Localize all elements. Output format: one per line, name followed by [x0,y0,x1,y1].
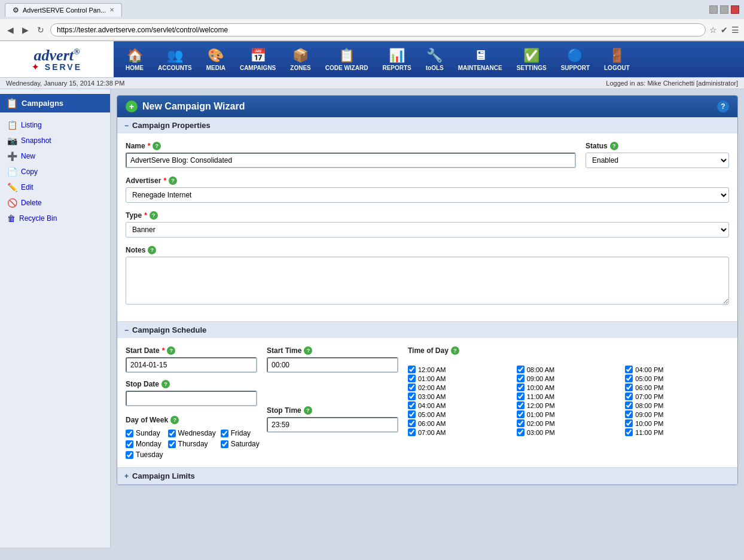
time-checkbox[interactable] [625,375,633,382]
nav-tools[interactable]: 🔧 toOLS [420,44,450,75]
start-date-input[interactable] [126,357,257,373]
dow-friday-checkbox[interactable] [221,430,228,437]
wizard-help-button[interactable]: ? [717,101,729,112]
time-checkbox[interactable] [625,410,633,418]
nav-reports[interactable]: 📊 REPORTS [376,44,417,75]
notes-textarea[interactable] [126,257,729,305]
dow-saturday-checkbox[interactable] [221,440,228,448]
time-checkbox[interactable] [517,410,525,418]
forward-button[interactable]: ▶ [20,24,31,36]
campaign-properties-header[interactable]: − Campaign Properties [117,117,737,133]
dow-thursday-checkbox[interactable] [168,440,176,448]
schedule-dates-col: Start Date * ? Stop Date ? [126,346,257,459]
nav-logout[interactable]: 🚪 LOGOUT [598,44,636,75]
time-checkbox[interactable] [517,384,525,391]
sidebar-item-listing[interactable]: 📋 Listing [2,117,108,133]
notes-help-icon[interactable]: ? [148,246,156,254]
dow-monday-checkbox[interactable] [126,440,133,448]
menu-icon[interactable]: ☰ [731,25,739,35]
tab-close-button[interactable]: ✕ [109,7,114,13]
time-checkbox[interactable] [517,366,525,373]
address-bar[interactable] [50,23,706,36]
stop-time-help-icon[interactable]: ? [304,406,312,415]
nav-code-wizard[interactable]: 📋 CODE WIZARD [319,44,374,75]
time-checkbox[interactable] [517,428,525,436]
time-checkbox[interactable] [408,392,416,400]
sidebar-item-new[interactable]: ➕ New [2,148,108,164]
dow-sunday-checkbox[interactable] [126,430,133,437]
stop-date-input[interactable] [126,391,257,406]
sidebar-item-delete[interactable]: 🚫 Delete [2,195,108,211]
stop-time-input[interactable] [267,417,398,433]
stop-date-help-icon[interactable]: ? [161,380,170,388]
advertiser-help-icon[interactable]: ? [169,176,177,185]
dow-wednesday-checkbox[interactable] [168,430,176,437]
time-checkbox[interactable] [517,419,525,427]
nav-zones[interactable]: 📦 ZONES [284,44,316,75]
time-checkbox[interactable] [408,428,416,436]
sidebar-item-copy[interactable]: 📄 Copy [2,164,108,179]
logged-in-display: Logged in as: Mike Cherichetti [administ… [606,80,738,87]
time-item: 03:00 AM [408,392,512,400]
sidebar-item-recycle-bin[interactable]: 🗑 Recycle Bin [2,211,108,226]
browser-tab[interactable]: ⚙ AdvertSERVE Control Pan... ✕ [5,3,122,17]
time-checkbox[interactable] [408,366,416,373]
nav-media[interactable]: 🎨 MEDIA [200,44,231,75]
nav-support[interactable]: 🔵 SUPPORT [555,44,596,75]
name-status-row: Name * ? Status ? E [126,142,729,168]
dow-grid: Sunday Wednesday Friday [126,429,257,459]
time-checkbox[interactable] [625,366,633,373]
time-of-day-help-icon[interactable]: ? [451,346,459,355]
nav-campaigns[interactable]: 📅 CAMPAIGNS [234,44,282,75]
campaign-limits-header[interactable]: + Campaign Limits [117,468,737,484]
dow-help-icon[interactable]: ? [170,416,179,424]
time-checkbox[interactable] [625,428,633,436]
window-close-button[interactable] [731,5,739,14]
start-time-input[interactable] [267,357,398,373]
refresh-button[interactable]: ↻ [35,24,47,36]
time-checkbox[interactable] [408,384,416,391]
campaign-properties-content: Name * ? Status ? E [117,133,737,321]
window-minimize-button[interactable] [709,5,718,14]
type-help-icon[interactable]: ? [150,211,158,220]
limits-expand-icon: + [124,472,129,480]
time-checkbox[interactable] [408,419,416,427]
campaign-schedule-header[interactable]: − Campaign Schedule [117,322,737,338]
type-select[interactable]: Banner Text Rich Media [126,222,729,238]
time-checkbox[interactable] [625,392,633,400]
start-date-help-icon[interactable]: ? [167,346,175,355]
time-checkbox[interactable] [408,375,416,382]
name-help-icon[interactable]: ? [153,142,161,150]
dow-saturday-label: Saturday [231,440,260,448]
time-checkbox[interactable] [625,401,633,409]
time-checkbox[interactable] [517,375,525,382]
time-checkbox[interactable] [625,419,633,427]
extension-icon[interactable]: ✔ [721,25,728,35]
status-help-icon[interactable]: ? [610,142,618,150]
nav-settings[interactable]: ✅ SETTINGS [511,44,553,75]
time-checkbox[interactable] [517,401,525,409]
time-checkbox[interactable] [408,410,416,418]
dow-sunday-label: Sunday [136,429,160,437]
nav-maintenance[interactable]: 🖥 MAINTENANCE [452,44,508,75]
sidebar-title: Campaigns [22,99,63,108]
time-item: 12:00 PM [517,401,621,409]
snapshot-icon: 📷 [7,136,17,145]
nav-accounts[interactable]: 👥 ACCOUNTS [152,44,198,75]
time-checkbox[interactable] [408,401,416,409]
sidebar-item-edit[interactable]: ✏️ Edit [2,179,108,195]
status-select[interactable]: Enabled Disabled Paused [586,153,729,168]
nav-home[interactable]: 🏠 HOME [120,44,150,75]
campaigns-icon: 📅 [250,48,266,63]
star-icon[interactable]: ☆ [709,25,717,35]
time-checkbox[interactable] [517,392,525,400]
window-maximize-button[interactable] [720,5,728,14]
advertiser-select[interactable]: Renegade Internet [126,187,729,203]
sidebar-item-snapshot[interactable]: 📷 Snapshot [2,133,108,148]
time-checkbox[interactable] [625,384,633,391]
name-input[interactable] [126,153,576,168]
back-button[interactable]: ◀ [5,24,16,36]
start-time-help-icon[interactable]: ? [304,346,312,355]
time-item: 12:00 AM [408,366,512,373]
dow-tuesday-checkbox[interactable] [126,451,133,459]
